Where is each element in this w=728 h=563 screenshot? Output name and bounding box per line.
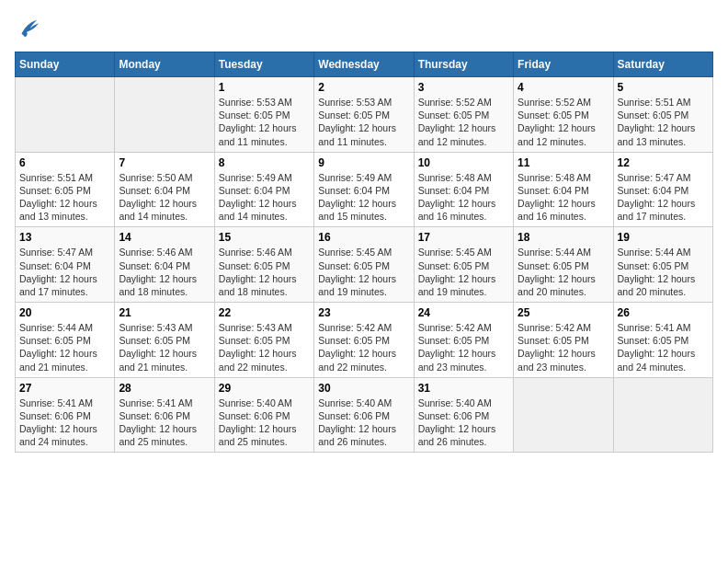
day-number: 27 xyxy=(19,382,110,395)
calendar-cell: 13Sunrise: 5:47 AM Sunset: 6:04 PM Dayli… xyxy=(16,227,115,303)
day-info: Sunrise: 5:51 AM Sunset: 6:05 PM Dayligh… xyxy=(19,171,110,224)
calendar-cell: 22Sunrise: 5:43 AM Sunset: 6:05 PM Dayli… xyxy=(214,303,313,378)
day-number: 12 xyxy=(618,156,709,169)
day-number: 2 xyxy=(318,81,409,94)
day-number: 31 xyxy=(418,382,509,395)
calendar-cell: 2Sunrise: 5:53 AM Sunset: 6:05 PM Daylig… xyxy=(314,77,414,153)
day-number: 7 xyxy=(119,156,210,169)
day-number: 25 xyxy=(518,306,609,319)
day-of-week-header: Tuesday xyxy=(214,52,313,77)
day-number: 21 xyxy=(119,306,210,319)
day-of-week-header: Sunday xyxy=(16,52,115,77)
day-number: 22 xyxy=(219,306,310,319)
day-of-week-header: Friday xyxy=(514,52,613,77)
calendar-cell: 8Sunrise: 5:49 AM Sunset: 6:04 PM Daylig… xyxy=(214,152,313,227)
calendar-cell: 3Sunrise: 5:52 AM Sunset: 6:05 PM Daylig… xyxy=(414,77,513,153)
day-number: 17 xyxy=(418,231,509,244)
day-info: Sunrise: 5:47 AM Sunset: 6:04 PM Dayligh… xyxy=(19,246,110,298)
day-info: Sunrise: 5:48 AM Sunset: 6:04 PM Dayligh… xyxy=(418,171,509,224)
day-number: 20 xyxy=(19,306,110,319)
logo xyxy=(15,15,44,40)
calendar-cell: 15Sunrise: 5:46 AM Sunset: 6:05 PM Dayli… xyxy=(214,227,313,303)
calendar-cell: 18Sunrise: 5:44 AM Sunset: 6:05 PM Dayli… xyxy=(514,227,613,303)
day-number: 6 xyxy=(19,156,110,169)
day-info: Sunrise: 5:47 AM Sunset: 6:04 PM Dayligh… xyxy=(618,171,709,224)
day-number: 11 xyxy=(518,156,609,169)
day-info: Sunrise: 5:40 AM Sunset: 6:06 PM Dayligh… xyxy=(318,396,409,449)
calendar-cell xyxy=(16,77,115,153)
day-number: 9 xyxy=(318,156,409,169)
calendar-cell: 25Sunrise: 5:42 AM Sunset: 6:05 PM Dayli… xyxy=(514,303,613,378)
day-info: Sunrise: 5:40 AM Sunset: 6:06 PM Dayligh… xyxy=(219,396,310,449)
calendar-week-row: 20Sunrise: 5:44 AM Sunset: 6:05 PM Dayli… xyxy=(16,303,713,378)
day-number: 23 xyxy=(318,306,409,319)
day-info: Sunrise: 5:44 AM Sunset: 6:05 PM Dayligh… xyxy=(19,321,110,373)
calendar-cell: 31Sunrise: 5:40 AM Sunset: 6:06 PM Dayli… xyxy=(414,377,513,453)
day-info: Sunrise: 5:53 AM Sunset: 6:05 PM Dayligh… xyxy=(318,96,409,148)
day-info: Sunrise: 5:41 AM Sunset: 6:05 PM Dayligh… xyxy=(618,321,709,373)
day-info: Sunrise: 5:53 AM Sunset: 6:05 PM Dayligh… xyxy=(219,96,310,148)
calendar-cell: 16Sunrise: 5:45 AM Sunset: 6:05 PM Dayli… xyxy=(314,227,414,303)
calendar-cell: 10Sunrise: 5:48 AM Sunset: 6:04 PM Dayli… xyxy=(414,152,513,227)
calendar-table: SundayMondayTuesdayWednesdayThursdayFrid… xyxy=(15,52,713,453)
day-info: Sunrise: 5:42 AM Sunset: 6:05 PM Dayligh… xyxy=(318,321,409,373)
calendar-cell: 6Sunrise: 5:51 AM Sunset: 6:05 PM Daylig… xyxy=(16,152,115,227)
day-number: 14 xyxy=(119,231,210,244)
day-number: 1 xyxy=(219,81,310,94)
calendar-week-row: 6Sunrise: 5:51 AM Sunset: 6:05 PM Daylig… xyxy=(16,152,713,227)
calendar-cell: 12Sunrise: 5:47 AM Sunset: 6:04 PM Dayli… xyxy=(613,152,712,227)
day-info: Sunrise: 5:45 AM Sunset: 6:05 PM Dayligh… xyxy=(318,246,409,298)
calendar-header-row: SundayMondayTuesdayWednesdayThursdayFrid… xyxy=(16,52,713,77)
day-info: Sunrise: 5:51 AM Sunset: 6:05 PM Dayligh… xyxy=(618,96,709,148)
calendar-cell xyxy=(514,377,613,453)
day-info: Sunrise: 5:40 AM Sunset: 6:06 PM Dayligh… xyxy=(418,396,509,449)
calendar-cell: 14Sunrise: 5:46 AM Sunset: 6:04 PM Dayli… xyxy=(115,227,214,303)
day-info: Sunrise: 5:42 AM Sunset: 6:05 PM Dayligh… xyxy=(518,321,609,373)
day-number: 15 xyxy=(219,231,310,244)
day-info: Sunrise: 5:49 AM Sunset: 6:04 PM Dayligh… xyxy=(318,171,409,224)
day-number: 8 xyxy=(219,156,310,169)
calendar-week-row: 1Sunrise: 5:53 AM Sunset: 6:05 PM Daylig… xyxy=(16,77,713,153)
day-info: Sunrise: 5:44 AM Sunset: 6:05 PM Dayligh… xyxy=(618,246,709,298)
day-of-week-header: Saturday xyxy=(613,52,712,77)
calendar-cell: 29Sunrise: 5:40 AM Sunset: 6:06 PM Dayli… xyxy=(214,377,313,453)
calendar-cell xyxy=(613,377,712,453)
day-number: 28 xyxy=(119,382,210,395)
day-info: Sunrise: 5:50 AM Sunset: 6:04 PM Dayligh… xyxy=(119,171,210,224)
day-info: Sunrise: 5:43 AM Sunset: 6:05 PM Dayligh… xyxy=(219,321,310,373)
calendar-cell: 20Sunrise: 5:44 AM Sunset: 6:05 PM Dayli… xyxy=(16,303,115,378)
day-number: 16 xyxy=(318,231,409,244)
day-info: Sunrise: 5:45 AM Sunset: 6:05 PM Dayligh… xyxy=(418,246,509,298)
day-number: 26 xyxy=(618,306,709,319)
day-info: Sunrise: 5:43 AM Sunset: 6:05 PM Dayligh… xyxy=(119,321,210,373)
day-number: 29 xyxy=(219,382,310,395)
day-of-week-header: Wednesday xyxy=(314,52,414,77)
logo-bird-icon xyxy=(15,15,40,40)
calendar-cell: 7Sunrise: 5:50 AM Sunset: 6:04 PM Daylig… xyxy=(115,152,214,227)
calendar-cell: 11Sunrise: 5:48 AM Sunset: 6:04 PM Dayli… xyxy=(514,152,613,227)
day-number: 10 xyxy=(418,156,509,169)
calendar-cell: 19Sunrise: 5:44 AM Sunset: 6:05 PM Dayli… xyxy=(613,227,712,303)
day-info: Sunrise: 5:41 AM Sunset: 6:06 PM Dayligh… xyxy=(119,396,210,449)
calendar-cell: 30Sunrise: 5:40 AM Sunset: 6:06 PM Dayli… xyxy=(314,377,414,453)
calendar-cell: 27Sunrise: 5:41 AM Sunset: 6:06 PM Dayli… xyxy=(16,377,115,453)
day-number: 13 xyxy=(19,231,110,244)
calendar-cell: 24Sunrise: 5:42 AM Sunset: 6:05 PM Dayli… xyxy=(414,303,513,378)
day-number: 3 xyxy=(418,81,509,94)
day-of-week-header: Monday xyxy=(115,52,214,77)
day-number: 24 xyxy=(418,306,509,319)
calendar-cell: 9Sunrise: 5:49 AM Sunset: 6:04 PM Daylig… xyxy=(314,152,414,227)
calendar-cell: 26Sunrise: 5:41 AM Sunset: 6:05 PM Dayli… xyxy=(613,303,712,378)
day-info: Sunrise: 5:41 AM Sunset: 6:06 PM Dayligh… xyxy=(19,396,110,449)
day-number: 19 xyxy=(618,231,709,244)
day-info: Sunrise: 5:49 AM Sunset: 6:04 PM Dayligh… xyxy=(219,171,310,224)
calendar-cell: 1Sunrise: 5:53 AM Sunset: 6:05 PM Daylig… xyxy=(214,77,313,153)
calendar-cell: 28Sunrise: 5:41 AM Sunset: 6:06 PM Dayli… xyxy=(115,377,214,453)
calendar-cell: 17Sunrise: 5:45 AM Sunset: 6:05 PM Dayli… xyxy=(414,227,513,303)
calendar-cell: 23Sunrise: 5:42 AM Sunset: 6:05 PM Dayli… xyxy=(314,303,414,378)
day-info: Sunrise: 5:46 AM Sunset: 6:05 PM Dayligh… xyxy=(219,246,310,298)
day-info: Sunrise: 5:48 AM Sunset: 6:04 PM Dayligh… xyxy=(518,171,609,224)
day-number: 30 xyxy=(318,382,409,395)
calendar-cell: 21Sunrise: 5:43 AM Sunset: 6:05 PM Dayli… xyxy=(115,303,214,378)
day-number: 5 xyxy=(618,81,709,94)
